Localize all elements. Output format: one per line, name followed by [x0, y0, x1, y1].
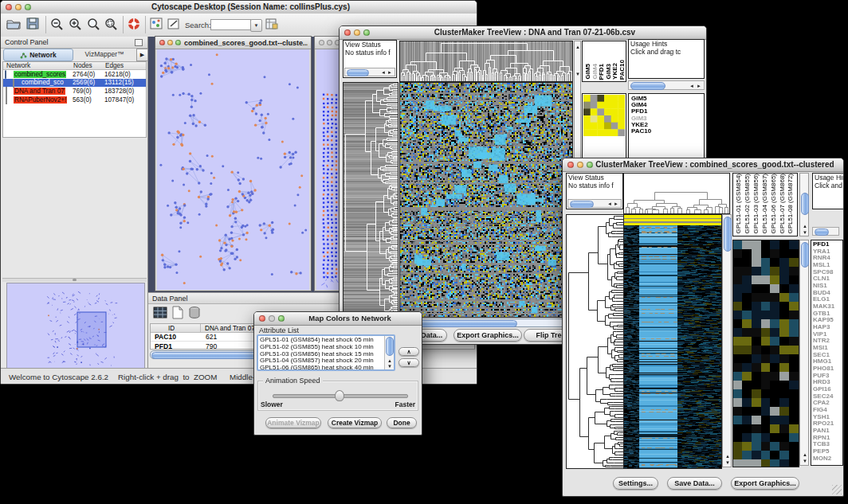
minimize-button[interactable] [269, 315, 275, 322]
scrollbar-thumb[interactable] [815, 229, 829, 236]
scrollbar-thumb[interactable] [801, 242, 809, 268]
tv1-hscrollbar[interactable] [399, 318, 571, 327]
tv1-column-dendrogram[interactable] [399, 41, 573, 82]
tv2-heatmap[interactable] [623, 214, 722, 469]
attribute-table-icon[interactable] [265, 18, 279, 33]
scroll-up-icon[interactable]: ▲ [725, 454, 730, 459]
attribute-list-item[interactable]: GPL51-06 (GSM865) heat shock 40 min [258, 364, 383, 371]
scroll-down-icon[interactable]: ▼ [725, 460, 730, 465]
tab-network[interactable]: Network [3, 49, 73, 61]
new-attribute-icon[interactable] [171, 306, 184, 322]
network-table-row[interactable]: combined_scores2764(0)16218(0) [3, 70, 146, 79]
scroll-up-icon[interactable]: ▲ [803, 452, 807, 457]
speed-slider-thumb[interactable] [335, 390, 344, 401]
close-button[interactable] [319, 40, 324, 45]
create-vizmap-button[interactable]: Create Vizmap [328, 417, 382, 428]
close-button[interactable] [344, 29, 351, 36]
zoom-button[interactable] [25, 4, 31, 10]
attribute-list-item[interactable]: GPL51-01 (GSM854) heat shock 05 min [258, 336, 383, 343]
close-button[interactable] [159, 40, 165, 45]
network-overview-canvas[interactable] [6, 283, 145, 369]
minimize-button[interactable] [577, 162, 583, 168]
scroll-down-icon[interactable]: ▼ [575, 72, 580, 76]
scroll-left-icon[interactable]: ◄ [689, 84, 694, 88]
scroll-up-icon[interactable]: ▲ [803, 224, 807, 229]
attribute-list-item[interactable]: GPL51-04 (GSM857) heat shock 20 min [258, 357, 383, 364]
move-up-button[interactable]: ∧ [398, 347, 419, 356]
tv1-export-graphics-button[interactable]: Export Graphics... [453, 329, 522, 342]
tv2-uh-scrollbar[interactable] [812, 227, 839, 236]
move-down-button[interactable]: ∨ [398, 358, 419, 367]
search-input[interactable] [210, 19, 251, 30]
network-table-row[interactable]: DNA and Tran 07769(0)183728(0) [3, 87, 146, 96]
tab-vizmapper[interactable]: VizMapper™ [73, 49, 135, 60]
tv1-heatmap[interactable] [399, 82, 573, 318]
tv2-titlebar[interactable]: ClusterMaker TreeView : combined_scores_… [563, 158, 843, 172]
tv2-vs-scrollbar[interactable]: ◄ ► [567, 199, 622, 208]
col-network[interactable]: Network [6, 62, 30, 69]
tv2-heatmap-vscrollbar[interactable]: ▲ ▼ [722, 214, 732, 467]
tv2-save-data-button[interactable]: Save Data... [667, 477, 722, 490]
zoom-out-icon[interactable] [50, 18, 64, 33]
scrollbar-thumb[interactable] [801, 193, 809, 215]
scrollbar-thumb[interactable] [386, 337, 394, 356]
minimize-button[interactable] [327, 40, 332, 45]
zoom-button[interactable] [278, 315, 285, 322]
tv2-labels-scrollbar[interactable]: ▲ ▼ [799, 173, 809, 236]
tv2-settings-button[interactable]: Settings... [613, 477, 658, 490]
scrollbar-thumb[interactable] [630, 82, 665, 90]
help-lifering-icon[interactable] [128, 18, 141, 33]
listbox-scrollbar[interactable]: ▲ ▼ [384, 336, 394, 369]
attribute-listbox[interactable]: GPL51-01 (GSM854) heat shock 05 minGPL51… [257, 334, 395, 371]
col-edges[interactable]: Edges [105, 62, 124, 69]
tv2-row-dendrogram[interactable] [566, 214, 624, 469]
scroll-right-icon[interactable]: ► [387, 70, 392, 75]
tv2-export-graphics-button[interactable]: Export Graphics... [731, 477, 799, 490]
search-dropdown-button[interactable]: ▼ [250, 19, 262, 32]
attribute-list-item[interactable]: GPL51-03 (GSM856) heat shock 15 min [258, 350, 383, 357]
scroll-up-icon[interactable]: ▲ [387, 358, 392, 363]
table-mode-icon[interactable] [153, 306, 168, 322]
tab-overflow-button[interactable]: ▶ [136, 49, 148, 61]
zoom-button[interactable] [587, 162, 593, 168]
delete-attribute-icon[interactable] [188, 306, 201, 322]
scroll-right-icon[interactable]: ► [697, 84, 701, 88]
scroll-down-icon[interactable]: ▼ [803, 230, 807, 235]
minimize-button[interactable] [15, 4, 22, 10]
float-panel-icon[interactable] [135, 39, 143, 46]
tv1-uh-scrollbar[interactable]: ◄ ► [628, 80, 705, 90]
col-nodes[interactable]: Nodes [73, 62, 92, 69]
scroll-left-icon[interactable]: ◄ [381, 70, 386, 75]
scroll-down-icon[interactable]: ▼ [387, 364, 392, 369]
scroll-left-icon[interactable]: ◄ [607, 201, 612, 206]
main-titlebar[interactable]: Cytoscape Desktop (Session Name: collins… [1, 1, 477, 14]
col-id[interactable]: ID [168, 325, 175, 332]
edit-network-icon[interactable] [167, 18, 181, 33]
zoom-button[interactable] [175, 40, 181, 45]
scroll-right-icon[interactable]: ► [614, 201, 618, 206]
zoom-selected-icon[interactable] [104, 18, 118, 33]
done-button[interactable]: Done [387, 417, 417, 428]
minimize-button[interactable] [354, 29, 360, 36]
tv2-zoom-vscrollbar[interactable]: ▲ ▼ [799, 240, 809, 466]
scrollbar-thumb[interactable] [570, 201, 594, 208]
open-folder-icon[interactable] [6, 18, 21, 33]
tv1-titlebar[interactable]: ClusterMaker TreeView : DNA and Tran 07-… [340, 26, 706, 40]
close-button[interactable] [259, 315, 265, 322]
zoom-fit-icon[interactable] [87, 18, 100, 33]
tv2-zoom-heatmap[interactable] [732, 240, 799, 467]
scroll-down-icon[interactable]: ▼ [803, 459, 807, 463]
network-canvas[interactable] [157, 49, 309, 290]
close-button[interactable] [567, 162, 574, 168]
vizmapper-icon[interactable] [150, 18, 163, 33]
zoom-in-icon[interactable] [69, 18, 82, 33]
tv1-zoom-matrix[interactable] [583, 95, 625, 136]
tv1-vs-scrollbar[interactable]: ◄ ► [344, 68, 395, 76]
network-table-row[interactable]: RNAPuberNov2+!563(0)107847(0) [3, 96, 146, 104]
scrollbar-thumb[interactable] [347, 69, 369, 76]
zoom-button[interactable] [363, 29, 370, 36]
save-icon[interactable] [26, 18, 39, 33]
tv2-column-dendrogram[interactable] [623, 173, 730, 214]
minimize-button[interactable] [167, 40, 173, 45]
overview-splitter[interactable] [2, 278, 147, 282]
